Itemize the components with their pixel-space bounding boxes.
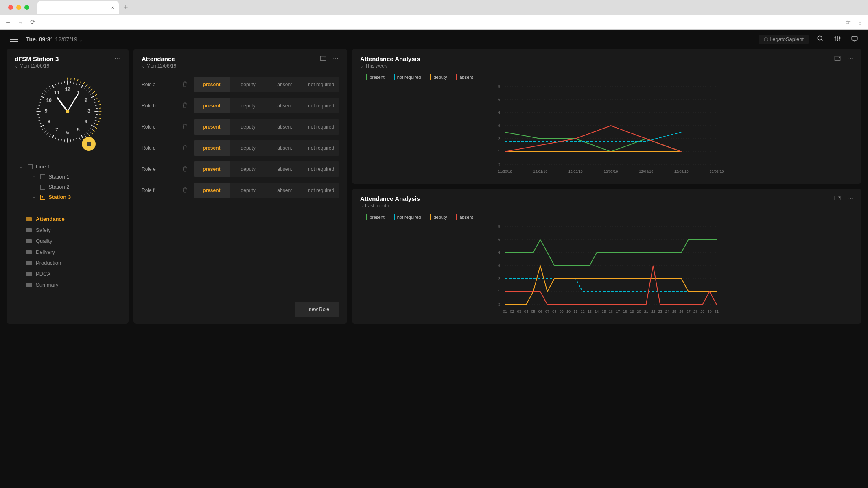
status-absent[interactable]: absent <box>267 98 303 113</box>
svg-line-104 <box>89 135 90 137</box>
status-absent[interactable]: absent <box>267 140 303 156</box>
svg-text:4: 4 <box>498 251 500 255</box>
expand-icon[interactable] <box>320 55 326 62</box>
svg-text:2: 2 <box>498 277 500 281</box>
svg-line-82 <box>71 78 71 80</box>
status-absent[interactable]: absent <box>267 77 303 92</box>
tree-label: Station 3 <box>48 194 71 200</box>
expand-icon[interactable] <box>834 195 841 202</box>
header-day: Tue. <box>26 36 37 43</box>
chart-legend: present not required deputy absent <box>360 69 853 83</box>
browser-tab[interactable]: × <box>37 1 119 14</box>
browser-menu-icon[interactable]: ⋮ <box>857 18 863 26</box>
svg-line-34 <box>81 135 83 138</box>
status-absent[interactable]: absent <box>267 119 303 135</box>
panel-menu-icon[interactable] <box>114 55 120 62</box>
svg-text:4: 4 <box>85 119 87 124</box>
nav-item-production[interactable]: Production <box>26 257 120 268</box>
delete-icon[interactable] <box>181 124 189 131</box>
panel-menu-icon[interactable] <box>847 195 853 202</box>
nav-item-quality[interactable]: Quality <box>26 235 120 246</box>
svg-text:21: 21 <box>644 309 648 314</box>
chart-legend: present not required deputy absent <box>360 209 853 222</box>
status-absent[interactable]: absent <box>267 183 303 198</box>
sidebar-subtitle[interactable]: Mon 12/06/19 <box>15 63 114 69</box>
nav-item-attendance[interactable]: Attendance <box>26 214 120 224</box>
status-not-required[interactable]: not required <box>303 183 339 198</box>
tab-close-icon[interactable]: × <box>111 4 114 11</box>
status-deputy[interactable]: deputy <box>230 161 266 177</box>
svg-line-108 <box>57 98 68 111</box>
svg-text:27: 27 <box>687 309 691 314</box>
status-deputy[interactable]: deputy <box>230 119 266 135</box>
nav-item-delivery[interactable]: Delivery <box>26 246 120 257</box>
svg-text:10: 10 <box>46 98 52 103</box>
svg-line-68 <box>64 81 65 83</box>
delete-icon[interactable] <box>181 166 189 173</box>
tree-item-station[interactable]: └Station 3 <box>20 192 120 202</box>
status-not-required[interactable]: not required <box>303 161 339 177</box>
close-icon[interactable] <box>8 5 13 10</box>
minimize-icon[interactable] <box>16 5 21 10</box>
stop-button[interactable] <box>82 137 96 151</box>
back-button[interactable]: ← <box>5 19 11 26</box>
delete-icon[interactable] <box>181 145 189 152</box>
forward-button[interactable]: → <box>17 19 24 26</box>
expand-icon[interactable] <box>834 55 841 62</box>
window-controls[interactable] <box>3 5 34 10</box>
status-deputy[interactable]: deputy <box>230 77 266 92</box>
panel-menu-icon[interactable] <box>333 55 339 62</box>
svg-text:10: 10 <box>566 309 571 314</box>
svg-text:8: 8 <box>48 119 50 124</box>
bookmark-icon[interactable]: ☆ <box>845 18 851 26</box>
status-deputy[interactable]: deputy <box>230 140 266 156</box>
tree-item-line[interactable]: ⌄ Line 1 <box>20 161 120 172</box>
status-absent[interactable]: absent <box>267 161 303 177</box>
nav-icon <box>26 217 32 221</box>
svg-text:12/05/19: 12/05/19 <box>674 170 689 174</box>
nav-item-summary[interactable]: Summary <box>26 279 120 290</box>
status-present[interactable]: present <box>194 119 230 135</box>
status-present[interactable]: present <box>194 77 230 92</box>
tree-item-station[interactable]: └Station 1 <box>20 172 120 182</box>
panel-subtitle[interactable]: Last month <box>360 203 834 209</box>
svg-line-86 <box>83 82 85 84</box>
status-present[interactable]: present <box>194 183 230 198</box>
new-role-button[interactable]: + new Role <box>295 302 339 317</box>
settings-icon[interactable] <box>834 35 841 44</box>
svg-text:11/30/19: 11/30/19 <box>498 170 512 174</box>
attendance-subtitle[interactable]: Mon 12/06/19 <box>142 63 320 69</box>
svg-line-26 <box>95 117 98 118</box>
panel-subtitle[interactable]: This week <box>360 63 834 69</box>
status-present[interactable]: present <box>194 140 230 156</box>
app-header: Tue. 09:31 12/07/19 ⌄ ⬡ LegatoSapient <box>0 30 868 49</box>
delete-icon[interactable] <box>181 102 189 109</box>
svg-text:05: 05 <box>531 309 535 314</box>
svg-text:20: 20 <box>637 309 641 314</box>
status-present[interactable]: present <box>194 161 230 177</box>
menu-button[interactable] <box>10 37 18 42</box>
maximize-icon[interactable] <box>24 5 29 10</box>
nav-item-pdca[interactable]: PDCA <box>26 268 120 279</box>
nav-icon <box>26 261 32 265</box>
new-tab-button[interactable]: + <box>119 3 133 12</box>
panel-menu-icon[interactable] <box>847 55 853 62</box>
status-not-required[interactable]: not required <box>303 119 339 135</box>
reload-button[interactable]: ⟳ <box>30 18 35 26</box>
status-deputy[interactable]: deputy <box>230 183 266 198</box>
svg-line-62 <box>47 88 49 90</box>
search-icon[interactable] <box>817 35 824 44</box>
delete-icon[interactable] <box>181 81 189 88</box>
header-datetime[interactable]: Tue. 09:31 12/07/19 ⌄ <box>26 36 82 43</box>
nav-label: Production <box>36 260 61 266</box>
status-not-required[interactable]: not required <box>303 98 339 113</box>
tree-item-station[interactable]: └Station 2 <box>20 182 120 192</box>
chat-icon[interactable] <box>851 35 858 44</box>
status-not-required[interactable]: not required <box>303 140 339 156</box>
delete-icon[interactable] <box>181 187 189 194</box>
status-present[interactable]: present <box>194 98 230 113</box>
nav-item-safety[interactable]: Safety <box>26 224 120 235</box>
status-not-required[interactable]: not required <box>303 77 339 92</box>
role-row: Role c presentdeputyabsentnot required <box>142 119 339 135</box>
status-deputy[interactable]: deputy <box>230 98 266 113</box>
